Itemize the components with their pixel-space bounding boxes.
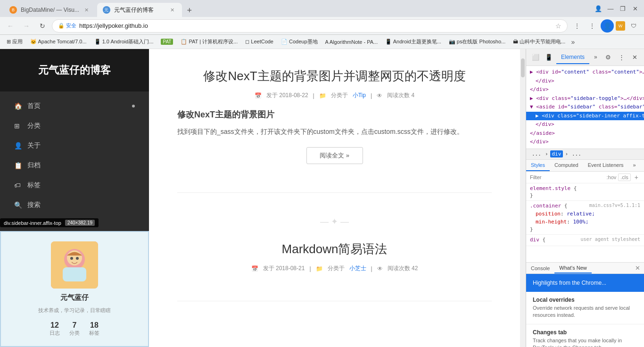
dom-line-1[interactable]: ▶ <div id="content" class="content">… — [526, 68, 644, 77]
menu-search[interactable]: 🔍 搜索 — [0, 195, 149, 215]
breadcrumb-ellipsis2[interactable]: ... — [570, 150, 583, 157]
filter-input[interactable] — [530, 174, 605, 180]
devtools-settings-icon[interactable]: 🛡 — [627, 19, 640, 33]
menu-about[interactable]: 👤 关于 — [0, 136, 149, 156]
bookmarks-bar: ⊞ 应用 🐱 Apache Tomcat/7.0... 📱 1.0 Androi… — [0, 35, 644, 49]
menu-archive[interactable]: 📋 归档 — [0, 156, 149, 175]
refresh-button[interactable]: ↻ — [36, 19, 49, 33]
devtools-more-btn[interactable]: ⋮ — [616, 52, 627, 63]
cls-button[interactable]: .cls — [618, 174, 631, 181]
tomcat-label: 🐱 Apache Tomcat/7.0... — [30, 39, 87, 45]
dom-line-6[interactable]: ▶ <div class="sidebar-inner affix-top">… — [526, 112, 644, 121]
hov-label[interactable]: :hov — [607, 174, 617, 180]
tab-console[interactable]: Console — [526, 264, 554, 273]
bookmark-leetcode[interactable]: ◻ LeetCode — [242, 38, 276, 46]
bookmark-android[interactable]: 📱 1.0 Android基础入门... — [91, 37, 157, 46]
dom-line-4[interactable]: ▶ <div class="sidebar-toggle">…</div> — [526, 94, 644, 103]
element-tooltip: div.sidebar-inner.affix-top 240×382.19 — [0, 218, 99, 227]
post-1-read-more[interactable]: 阅读全文 » — [306, 147, 363, 164]
console-close-button[interactable]: ✕ — [631, 263, 644, 273]
tab-computed[interactable]: Computed — [550, 160, 583, 171]
dom-line-7[interactable]: </div> — [526, 120, 644, 129]
tab-2-close[interactable]: ✕ — [169, 6, 176, 14]
forward-button[interactable]: → — [20, 19, 33, 33]
url-bar[interactable]: 🔒 安全 https://jellypoker.github.io ☆ — [52, 19, 568, 33]
devtools-close-btn[interactable]: ✕ — [629, 52, 640, 63]
maximize-button[interactable]: ❐ — [618, 3, 628, 14]
breadcrumb-ellipsis[interactable]: ... — [530, 150, 543, 157]
user-avatar-icon[interactable]: 👤 — [601, 19, 614, 33]
devtools-tab-elements[interactable]: Elements — [556, 51, 589, 64]
css-source-container[interactable]: main.css?v=5.1.1:1 — [589, 203, 640, 208]
url-text: https://jellypoker.github.io — [79, 22, 553, 29]
stat-categories-num: 7 — [69, 321, 80, 330]
tab-whats-new[interactable]: What's New — [554, 263, 591, 273]
dom-line-2[interactable]: </div> — [526, 77, 644, 86]
chrome-menu-icon[interactable]: ⋮ — [586, 19, 599, 33]
bookmarks-more-icon[interactable]: » — [570, 37, 576, 47]
tab-styles[interactable]: Styles — [526, 160, 550, 171]
address-bar: ← → ↻ 🔒 安全 https://jellypoker.github.io … — [0, 17, 644, 35]
css-rule-container: .container { main.css?v=5.1.1:1 position… — [526, 201, 644, 235]
content-scrollbar[interactable] — [520, 49, 526, 347]
dom-line-8[interactable]: </aside> — [526, 129, 644, 138]
extension-icon-1[interactable]: W — [616, 21, 625, 31]
svg-point-5 — [76, 257, 79, 260]
menu-category[interactable]: ⊞ 分类 — [0, 116, 149, 136]
minimize-button[interactable]: — — [605, 3, 616, 14]
post-1-category: 分类于 — [331, 91, 348, 99]
bookmark-shandian[interactable]: 🏔 山科中天节能用电... — [510, 37, 568, 46]
dom-line-9[interactable]: </div> — [526, 138, 644, 147]
post-1-views-icon: 👁 — [377, 92, 382, 99]
bookmark-algo[interactable]: A AlgorithmNote - PA... — [322, 38, 381, 46]
bookmark-android2[interactable]: 📱 Android主题更换笔... — [382, 37, 444, 46]
bookmark-pat2[interactable]: 📋 PAT | 计算机程序设... — [178, 37, 240, 46]
tab-event-listeners[interactable]: Event Listeners — [583, 160, 628, 171]
tab-1[interactable]: B BigDataMine/ — Visu... ✕ — [4, 3, 96, 17]
new-tab-button[interactable]: + — [183, 4, 196, 17]
post-2-title[interactable]: Markdown简易语法 — [177, 241, 492, 257]
devtools-device-icon[interactable]: 📱 — [543, 52, 554, 63]
blog-content[interactable]: 修改NexT主题的背景图片并调整网页的不透明度 📅 发于 2018-08-22 … — [149, 49, 520, 347]
css-selector-container: .container { main.css?v=5.1.1:1 — [530, 203, 640, 209]
bookmark-codeup[interactable]: 📄 Codeup墨地 — [278, 37, 321, 46]
menu-home[interactable]: 🏠 首页 — [0, 96, 149, 116]
account-icon[interactable]: 👤 — [593, 3, 603, 14]
bookmark-star-icon[interactable]: ☆ — [555, 22, 561, 30]
content-scrollbar-thumb[interactable] — [521, 58, 525, 77]
close-button[interactable]: ✕ — [630, 3, 640, 14]
dom-line-3[interactable]: </div> — [526, 85, 644, 94]
about-icon: 👤 — [14, 142, 22, 149]
devtools-inspect-icon[interactable]: ⬜ — [530, 52, 541, 63]
breadcrumb-div[interactable]: div — [550, 150, 563, 157]
post-1-title[interactable]: 修改NexT主题的背景图片并调整网页的不透明度 — [177, 68, 492, 84]
tab-1-close[interactable]: ✕ — [83, 6, 91, 14]
post-1-date: 发于 2018-08-22 — [266, 91, 308, 99]
bookmark-tomcat[interactable]: 🐱 Apache Tomcat/7.0... — [27, 38, 90, 46]
whats-new-highlight[interactable]: Highlights from the Chrome... — [526, 274, 644, 292]
secure-label: 🔒 安全 — [58, 22, 76, 29]
add-style-button[interactable]: + — [633, 174, 640, 181]
devtools-tab-more[interactable]: » — [589, 51, 601, 64]
dom-tree: ▶ <div id="content" class="content">… </… — [526, 66, 644, 149]
devtools-settings-btn[interactable]: ⚙ — [603, 52, 614, 63]
tab-1-favicon: B — [9, 6, 17, 14]
menu-about-label: 关于 — [27, 141, 41, 150]
stat-posts-label: 日志 — [50, 330, 60, 337]
menu-tags[interactable]: 🏷 标签 — [0, 175, 149, 195]
pat-label: PAT — [161, 39, 173, 45]
bookmark-pat[interactable]: PAT — [158, 38, 176, 46]
ps-label: 📷 ps在线版 Photosho... — [449, 38, 505, 45]
post-2-cat-link[interactable]: 小芝士 — [349, 264, 366, 273]
breadcrumb-sep1: › — [545, 151, 548, 157]
tab-2[interactable]: 元 元气蓝仔的博客 ✕ — [97, 3, 182, 17]
bookmark-apps[interactable]: ⊞ 应用 — [4, 37, 25, 46]
extensions-icon[interactable]: ⋮ — [570, 19, 584, 33]
tab-more[interactable]: » — [628, 160, 641, 171]
dom-line-5[interactable]: ▼ <aside id="sidebar" class="sidebar" st… — [526, 103, 644, 112]
avatar-stats: 12 日志 7 分类 18 标签 — [50, 321, 99, 337]
post-1-cat-link[interactable]: 小Tip — [353, 91, 366, 99]
whats-new-title-2: Changes tab — [533, 329, 637, 336]
back-button[interactable]: ← — [4, 19, 17, 33]
bookmark-ps[interactable]: 📷 ps在线版 Photosho... — [446, 37, 508, 46]
